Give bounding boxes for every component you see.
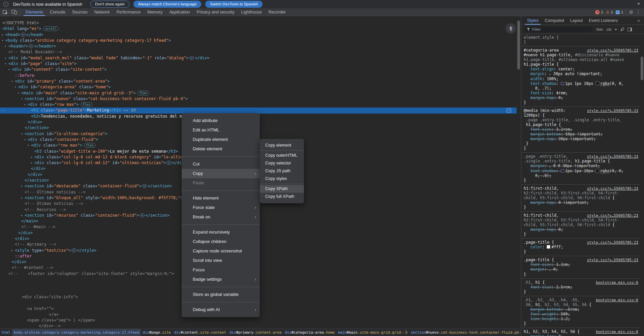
dom-tree-row[interactable]: ▾<section id="nuevo" class="cat-business…: [0, 96, 517, 102]
css-selector-line[interactable]: child, h5:first-child, h6:first-child {: [524, 195, 638, 200]
expand-inline-icon[interactable]: ⋯: [29, 44, 33, 48]
color-swatch[interactable]: [547, 245, 550, 249]
chevron-expanded-icon[interactable]: ▾: [8, 67, 10, 72]
chevron-collapsed-icon[interactable]: ▸: [21, 213, 23, 218]
breadcrumb-item[interactable]: html: [0, 329, 12, 336]
dom-tree-row[interactable]: </div>-->: [0, 323, 517, 329]
chevron-collapsed-icon[interactable]: ▸: [31, 154, 32, 160]
css-declaration[interactable]: margin-bottom: 50px !important;: [524, 132, 638, 136]
css-selector-line[interactable]: .page .entry-title, .single .entry-title…: [524, 118, 638, 122]
css-selector-line[interactable]: }: [524, 100, 638, 105]
dom-tree-row[interactable]: ▾<div id="categoria-area" class="home">: [0, 84, 517, 90]
css-selector-line[interactable]: }: [524, 178, 638, 183]
css-declaration[interactable]: margin: ▸ 0;: [524, 267, 638, 272]
context-menu-item-store-as-global-variable[interactable]: Store as global variable: [182, 290, 260, 299]
shadow-editor-icon[interactable]: [561, 82, 564, 85]
chevron-expanded-icon[interactable]: ▾: [2, 38, 3, 43]
accessibility-person-icon[interactable]: [505, 23, 516, 34]
expand-inline-icon[interactable]: ⋯: [189, 56, 194, 60]
element-state-badge-icon[interactable]: [507, 108, 511, 113]
chevron-collapsed-icon[interactable]: ▸: [31, 160, 32, 166]
css-declaration[interactable]: margin: ▸ 30px auto !important;: [524, 71, 638, 77]
context-menu-item-focus[interactable]: Focus: [182, 265, 260, 275]
context-menu-item-break-on[interactable]: Break on›: [182, 212, 260, 222]
color-swatch[interactable]: [595, 169, 599, 173]
css-selector-line[interactable]: child, h5:first-child, h6:first-child {: [524, 222, 638, 227]
tab-memory[interactable]: Memory: [144, 8, 166, 16]
stylesheet-source-link[interactable]: style.css?v…55695785:23: [587, 213, 638, 218]
breadcrumb-item[interactable]: section#nuevo.cat-business-tech.containe…: [409, 329, 521, 336]
always-match-chrome-s-language-button[interactable]: Always match Chrome's language: [133, 1, 202, 8]
layout-badge[interactable]: flex: [81, 102, 92, 107]
tab-elements[interactable]: Elements: [22, 8, 47, 16]
tab-network[interactable]: Network: [91, 8, 113, 16]
dom-tree-row[interactable]: ▾<main id="main" class="site-main grid g…: [0, 90, 517, 96]
context-menu-item-badge-settings[interactable]: Badge settings›: [182, 275, 260, 284]
toggle-element-state-hov[interactable]: :hov: [596, 27, 603, 31]
context-menu-item-debug-with-ai[interactable]: Debug with AI›: [182, 305, 260, 314]
css-declaration[interactable]: margin-bottom: .5rem;: [524, 307, 638, 312]
css-declaration[interactable]: text-align: center;: [524, 67, 638, 71]
css-selector-line[interactable]: }: [524, 232, 638, 237]
stylesheet-source-link[interactable]: style.css?v…55695785:23: [587, 258, 638, 263]
css-selector-line[interactable]: }: [524, 146, 638, 151]
settings-gear-icon[interactable]: ⚙: [629, 9, 633, 15]
css-declaration[interactable]: margin-top: 0 !important;: [524, 200, 638, 205]
css-declaration[interactable]: font-size: 4rem;: [524, 91, 638, 95]
submenu-item-copy-js-path[interactable]: Copy JS path: [260, 167, 304, 175]
more-options-kebab-icon[interactable]: ⋮: [636, 9, 641, 15]
expand-inline-icon[interactable]: ⋯: [166, 161, 171, 165]
layout-badge[interactable]: scroll: [43, 26, 59, 31]
stylesheet-source-link[interactable]: style.css?v…55695785:23: [587, 186, 638, 191]
css-declaration[interactable]: line-height: 1.2;: [524, 316, 638, 321]
dom-tree-row[interactable]: <!-- Modal Buscador-->: [0, 49, 517, 55]
sidebar-tab-layout[interactable]: Layout: [567, 16, 586, 25]
css-declaration[interactable]: margin: ▸ 0 0 30px !important;: [524, 163, 638, 169]
styles-filter-input[interactable]: Filter: [524, 27, 593, 32]
context-menu-item-hide-element[interactable]: Hide element: [182, 193, 260, 203]
css-selector-line[interactable]: }: [524, 141, 638, 146]
expand-inline-icon[interactable]: ⋯: [140, 213, 145, 217]
css-selector-line[interactable]: }: [524, 272, 638, 277]
dom-tree-row[interactable]: ▾<div id="content" class="site-content">: [0, 67, 517, 72]
sidebar-tab-event-listeners[interactable]: Event Listeners: [586, 16, 621, 25]
css-declaration[interactable]: font-size: 3.2rem;: [524, 127, 638, 132]
computed-sidebar-toggle-icon[interactable]: [627, 28, 632, 31]
css-selector-line[interactable]: h1.page-title {: [524, 62, 638, 67]
css-selector-line[interactable]: 1200px) {: [524, 113, 638, 118]
close-icon[interactable]: ×: [637, 1, 640, 6]
dom-tree-row[interactable]: ▸<header>⋯</header>: [0, 43, 517, 49]
dom-tree-row[interactable]: ▸<div id="modal_search_mvl" class="modal…: [0, 55, 517, 61]
chevron-collapsed-icon[interactable]: ▸: [5, 55, 6, 61]
css-selector-line[interactable]: h2:first-child, h3:first-child, h4:first…: [524, 191, 638, 195]
tab-performance[interactable]: Performance: [113, 8, 144, 16]
chevron-expanded-icon[interactable]: ▾: [11, 79, 13, 84]
layout-badge[interactable]: flex: [84, 143, 96, 148]
tab-sources[interactable]: Sources: [69, 8, 91, 16]
tab-application[interactable]: Application: [166, 8, 193, 16]
issues-icon[interactable]: [616, 10, 620, 14]
tab-lighthouse[interactable]: Lighthouse: [238, 8, 265, 16]
css-declaration[interactable]: margin-top: 30px !important;: [524, 136, 638, 141]
css-selector-line[interactable]: }: [524, 40, 638, 44]
switch-devtools-to-spanish-button[interactable]: Switch DevTools to Spanish: [205, 1, 263, 8]
chevron-collapsed-icon[interactable]: ▸: [21, 195, 23, 201]
device-toolbar-icon[interactable]: [11, 10, 17, 14]
layout-badge[interactable]: flex: [137, 91, 149, 95]
context-menu-item-edit-as-html[interactable]: Edit as HTML: [182, 125, 260, 135]
scrollbar-thumb[interactable]: [641, 57, 643, 80]
warning-icon[interactable]: ⚠: [606, 10, 610, 14]
chevron-expanded-icon[interactable]: ▾: [24, 102, 26, 108]
sidebar-tab-computed[interactable]: Computed: [542, 16, 567, 25]
context-menu-item-capture-node-screenshot[interactable]: Capture node screenshot: [182, 246, 260, 256]
context-menu-item-duplicate-element[interactable]: Duplicate element: [182, 135, 260, 144]
breadcrumb-item[interactable]: div#primary.content-area: [228, 329, 283, 336]
dom-tree-row[interactable]: ▾<body class="archive category category-…: [0, 38, 517, 43]
css-selector-line[interactable]: h2:first-child, h3:first-child, h4:first…: [524, 218, 638, 222]
chevron-expanded-icon[interactable]: ▾: [14, 84, 16, 90]
submenu-item-copy-element[interactable]: Copy element: [260, 142, 304, 149]
css-selector-line[interactable]: h1.page-title {: [524, 122, 638, 127]
css-selector-line[interactable]: }: [524, 249, 638, 254]
css-declaration[interactable]: font-size: 1.2em;: [524, 262, 638, 267]
css-declaration[interactable]: font-weight: 500;: [524, 312, 638, 316]
